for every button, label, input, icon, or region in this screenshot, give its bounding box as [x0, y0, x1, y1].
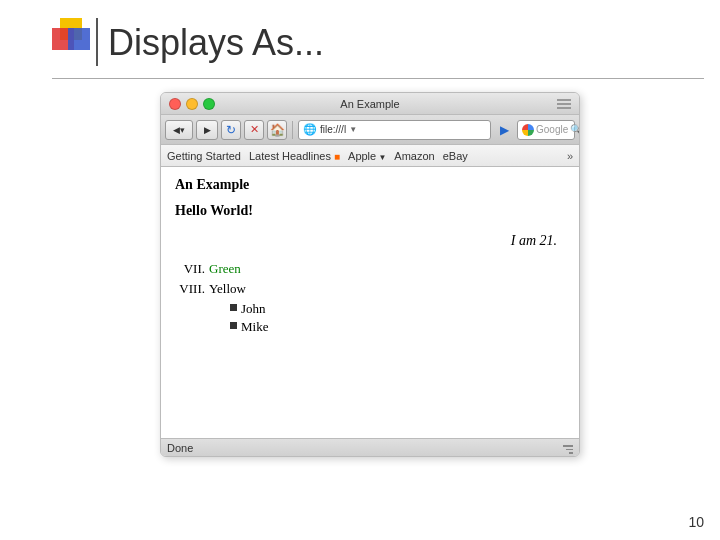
bookmark-apple[interactable]: Apple: [348, 150, 386, 162]
bullet-mike: [230, 322, 237, 329]
bookmark-ebay[interactable]: eBay: [443, 150, 468, 162]
sub-item-mike-text: Mike: [241, 319, 268, 335]
browser-title: An Example: [340, 98, 399, 110]
browser-toolbar: ◀▾ ▶ ↻ ✕ 🏠 🌐 file:///l ▼ ▶ Google 🔍: [161, 115, 579, 145]
bookmarks-bar: Getting Started Latest Headlines ■ Apple…: [161, 145, 579, 167]
list-item-viii: VIII. Yellow: [175, 281, 565, 297]
list-item-viii-text: Yellow: [209, 281, 246, 297]
sub-list: John Mike: [230, 301, 565, 335]
status-text: Done: [167, 442, 193, 454]
sub-list-item-john: John: [230, 301, 565, 317]
browser-titlebar: An Example: [161, 93, 579, 115]
home-button[interactable]: 🏠: [267, 120, 287, 140]
content-list: VII. Green VIII. Yellow John Mike: [175, 261, 565, 335]
close-button[interactable]: [169, 98, 181, 110]
toolbar-separator: [292, 121, 293, 139]
sub-list-item-mike: Mike: [230, 319, 565, 335]
bookmarks-overflow-icon[interactable]: »: [567, 150, 573, 162]
content-title: An Example: [175, 177, 565, 193]
globe-icon: 🌐: [303, 123, 317, 136]
maximize-button[interactable]: [203, 98, 215, 110]
window-buttons: [169, 98, 215, 110]
resize-grip: [561, 442, 573, 454]
bookmark-getting-started[interactable]: Getting Started: [167, 150, 241, 162]
bookmark-amazon[interactable]: Amazon: [394, 150, 434, 162]
google-icon: [522, 124, 534, 136]
rss-icon: ■: [334, 151, 340, 162]
roman-numeral-viii: VIII.: [175, 281, 205, 297]
media-play-button[interactable]: ▶: [494, 121, 514, 139]
browser-window: An Example ◀▾ ▶ ↻ ✕ 🏠 🌐 file:///l ▼ ▶ Go…: [160, 92, 580, 457]
content-heading: Hello World!: [175, 203, 565, 219]
window-resize-icon: [557, 99, 571, 109]
forward-button[interactable]: ▶: [196, 120, 218, 140]
address-bar[interactable]: 🌐 file:///l ▼: [298, 120, 491, 140]
list-item-vii-text: Green: [209, 261, 241, 277]
list-item-vii: VII. Green: [175, 261, 565, 277]
minimize-button[interactable]: [186, 98, 198, 110]
roman-numeral-vii: VII.: [175, 261, 205, 277]
browser-content-area: An Example Hello World! I am 21. VII. Gr…: [161, 167, 579, 438]
address-text: file:///l: [320, 124, 346, 135]
title-divider: [52, 78, 704, 79]
search-icon: 🔍: [570, 124, 580, 135]
google-text: Google: [536, 124, 568, 135]
logo-square-blue: [68, 28, 90, 50]
address-dropdown-icon: ▼: [349, 125, 357, 134]
stop-button[interactable]: ✕: [244, 120, 264, 140]
content-italic-text: I am 21.: [175, 233, 565, 249]
back-button[interactable]: ◀▾: [165, 120, 193, 140]
bookmark-latest-headlines[interactable]: Latest Headlines ■: [249, 150, 340, 162]
bullet-john: [230, 304, 237, 311]
slide-number: 10: [688, 514, 704, 530]
sub-item-john-text: John: [241, 301, 266, 317]
title-vertical-line: [96, 18, 98, 66]
slide-title: Displays As...: [108, 22, 324, 64]
browser-statusbar: Done: [161, 438, 579, 456]
refresh-button[interactable]: ↻: [221, 120, 241, 140]
google-search-box[interactable]: Google 🔍: [517, 120, 575, 140]
